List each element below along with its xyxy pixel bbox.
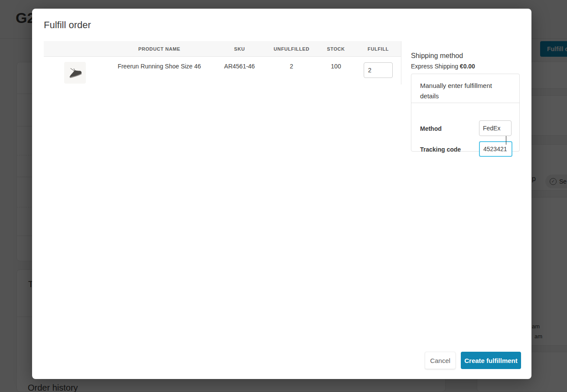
manual-panel-title: Manually enter fulfillment details (420, 81, 500, 101)
create-fulfillment-button[interactable]: Create fulfillment (461, 352, 521, 369)
shipping-method-name: Express Shipping (411, 63, 458, 70)
fulfill-quantity-input[interactable] (364, 62, 393, 78)
fulfill-order-dialog: Fulfill order PRODUCT NAME SKU UNFULFILL… (32, 9, 531, 379)
table-row: Freerun Running Shoe Size 46 AR4561-46 2… (44, 57, 401, 84)
method-label: Method (420, 125, 442, 132)
text-caret (506, 136, 506, 145)
shipping-method-input[interactable] (479, 120, 512, 136)
shipping-price: €0.00 (460, 63, 475, 70)
product-name: Freerun Running Shoe Size 46 (106, 57, 212, 70)
screen: G2 Fulfill o T Order history p ✓ Se am (0, 0, 567, 392)
col-header-product-name: PRODUCT NAME (106, 46, 212, 52)
stock-quantity: 100 (316, 57, 355, 70)
product-thumbnail-cell (44, 57, 106, 84)
running-shoe-icon (66, 64, 84, 81)
dialog-title: Fulfill order (44, 19, 91, 31)
col-header-unfulfilled: UNFULFILLED (267, 46, 316, 52)
unfulfilled-quantity: 2 (267, 57, 316, 70)
tracking-code-input[interactable] (479, 141, 512, 157)
cancel-button[interactable]: Cancel (425, 352, 456, 369)
product-sku: AR4561-46 (212, 57, 267, 70)
tracking-code-label: Tracking code (420, 146, 461, 153)
table-right-divider (401, 41, 401, 84)
shipping-method-value: Express Shipping €0.00 (411, 63, 475, 70)
manual-fulfillment-panel: Manually enter fulfillment details Metho… (411, 74, 520, 152)
fulfill-quantity-cell (355, 57, 401, 78)
shipping-method-heading: Shipping method (411, 52, 463, 60)
divider (411, 103, 519, 103)
table-header-row: PRODUCT NAME SKU UNFULFILLED STOCK FULFI… (44, 41, 401, 57)
col-header-fulfill: FULFILL (355, 46, 401, 52)
col-header-stock: STOCK (316, 46, 355, 52)
product-image (64, 62, 86, 84)
fulfillment-items-table: PRODUCT NAME SKU UNFULFILLED STOCK FULFI… (44, 41, 401, 84)
col-header-sku: SKU (212, 46, 267, 52)
